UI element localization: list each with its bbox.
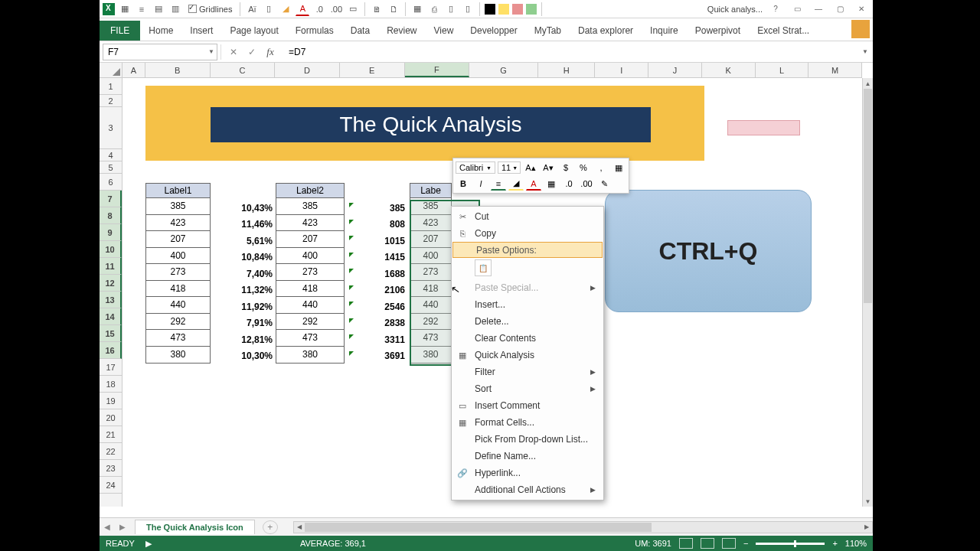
tab-data-explorer[interactable]: Data explorer [570,21,642,41]
menu-cut[interactable]: ✂Cut [452,208,603,225]
menu-additional-actions[interactable]: Additional Cell Actions▶ [452,481,603,498]
row-header[interactable]: 24 [100,477,122,494]
gridlines-checkbox[interactable] [188,5,197,13]
fill-color-icon[interactable]: ◢ [279,2,292,16]
qat-btn[interactable]: .00 [329,2,343,16]
qat-btn[interactable]: ▯ [444,2,458,16]
underline-icon[interactable]: ≡ [491,177,506,191]
qat-btn[interactable]: ▯ [461,2,475,16]
row-header[interactable]: 8 [100,207,122,224]
qat-btn[interactable]: ▤ [152,2,165,16]
row-header[interactable]: 23 [100,460,122,477]
tab-inquire[interactable]: Inquire [642,21,687,41]
row-header[interactable]: 5 [100,161,122,174]
menu-quick-analysis[interactable]: ▦Quick Analysis [452,347,603,364]
qat-btn[interactable]: 🗎 [370,2,384,16]
zoom-value[interactable]: 110% [845,539,867,548]
menu-define-name[interactable]: Define Name... [452,448,603,465]
row-header[interactable]: 9 [100,224,122,241]
page-layout-view-icon[interactable] [701,538,714,549]
zoom-slider[interactable] [756,543,825,545]
tab-mytab[interactable]: MyTab [526,21,570,41]
decrease-decimal-icon[interactable]: .00 [579,177,594,191]
col-header[interactable]: K [702,63,756,77]
row-header[interactable]: 1 [100,78,122,95]
row-header[interactable]: 3 [100,107,122,149]
qat-btn[interactable]: ▭ [346,2,360,16]
color-swatch-green[interactable] [526,4,537,15]
menu-insert[interactable]: Insert... [452,296,603,313]
bold-icon[interactable]: B [456,177,471,191]
col-header[interactable]: L [756,63,809,77]
row-header[interactable]: 10 [100,241,122,258]
menu-paste-special[interactable]: Paste Special...▶ [452,279,603,296]
close-icon[interactable]: ✕ [853,2,870,16]
row-header[interactable]: 20 [100,409,122,426]
formula-input[interactable] [283,44,858,60]
font-color-icon[interactable]: A [296,2,309,16]
menu-copy[interactable]: ⎘Copy [452,225,603,242]
ribbon-options-icon[interactable]: ▭ [789,2,805,16]
row-header[interactable]: 14 [100,308,122,325]
font-family-combo[interactable]: Calibri▼ [456,161,495,174]
row-header[interactable]: 17 [100,359,122,376]
comma-format-icon[interactable]: , [593,161,609,174]
spreadsheet-grid[interactable]: ABCDEFGHIJKLM 12345678910111213141516171… [100,63,873,517]
status-macro-icon[interactable]: ▶ [145,539,152,549]
zoom-in-icon[interactable]: + [832,539,837,548]
row-header[interactable]: 11 [100,258,122,275]
percent-format-icon[interactable]: % [576,161,591,174]
decrease-font-icon[interactable]: A▾ [541,161,556,174]
row-header[interactable]: 18 [100,376,122,393]
col-header[interactable]: M [808,63,862,77]
expand-formula-bar-icon[interactable]: ▼ [858,48,873,55]
tab-page-layout[interactable]: Page layout [221,21,286,41]
col-header[interactable]: F [405,63,470,77]
page-break-view-icon[interactable] [722,538,736,549]
font-size-combo[interactable]: 11▼ [498,161,521,174]
fx-icon[interactable]: fx [263,44,278,60]
qat-btn[interactable]: Aї [245,2,259,16]
col-header[interactable]: J [648,63,702,77]
merge-icon[interactable]: ▦ [611,161,626,174]
qat-btn[interactable]: ▥ [168,2,182,16]
minimize-icon[interactable]: — [810,2,827,16]
col-header[interactable]: H [538,63,596,77]
zoom-out-icon[interactable]: − [743,539,748,548]
col-header[interactable]: G [469,63,538,77]
qat-btn[interactable]: ⎙ [427,2,441,16]
row-header[interactable]: 19 [100,393,122,409]
color-swatch-yellow[interactable] [498,4,509,15]
tab-review[interactable]: Review [378,21,425,41]
menu-insert-comment[interactable]: ▭Insert Comment [452,397,603,414]
col-header[interactable]: C [211,63,276,77]
tab-insert[interactable]: Insert [181,21,221,41]
row-header[interactable]: 7 [100,191,122,207]
increase-decimal-icon[interactable]: .0 [561,177,577,191]
help-icon[interactable]: ? [767,2,784,16]
menu-hyperlink[interactable]: 🔗Hyperlink... [452,465,603,481]
accounting-format-icon[interactable]: $ [558,161,573,174]
qat-btn[interactable]: ≡ [135,2,149,16]
qat-btn[interactable]: ▯ [262,2,276,16]
col-header[interactable]: B [145,63,211,77]
menu-sort[interactable]: Sort▶ [452,380,603,397]
name-box[interactable]: F7 ▼ [103,44,217,60]
accept-formula-icon[interactable]: ✓ [244,44,260,60]
add-sheet-icon[interactable]: + [263,520,278,534]
row-header[interactable]: 21 [100,426,122,443]
borders-icon[interactable]: ▦ [544,177,559,191]
format-painter-icon[interactable]: ✎ [596,177,612,191]
ribbon-corner-icon[interactable] [851,20,870,38]
tab-powerpivot[interactable]: Powerpivot [687,21,749,41]
menu-pick-from-list[interactable]: Pick From Drop-down List... [452,431,603,448]
col-header[interactable]: D [275,63,340,77]
row-header[interactable]: 2 [100,95,122,107]
col-header[interactable]: E [340,63,405,77]
fill-color-icon[interactable]: ◢ [508,177,524,191]
color-swatch-red[interactable] [512,4,523,15]
tab-view[interactable]: View [426,21,462,41]
row-header[interactable]: 16 [100,342,122,359]
row-header[interactable]: 13 [100,292,122,308]
menu-delete[interactable]: Delete... [452,313,603,330]
